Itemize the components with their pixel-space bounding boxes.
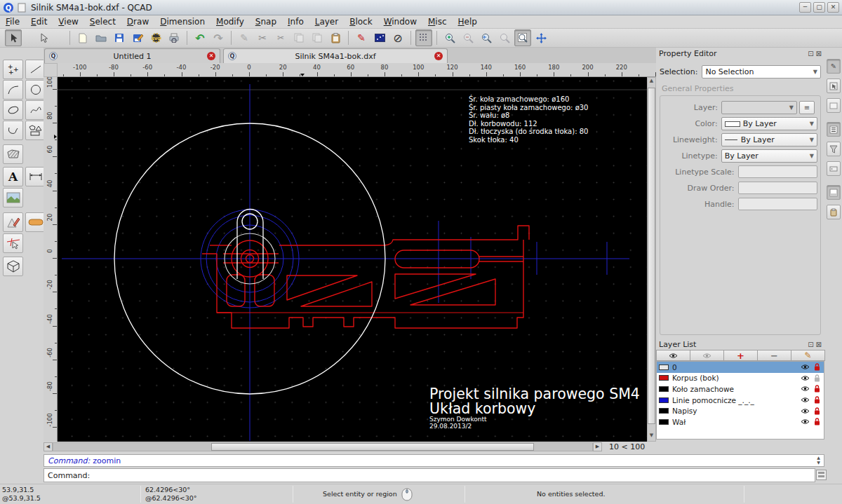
linetype-scale-input[interactable]: [738, 165, 817, 178]
eye-icon[interactable]: [801, 386, 810, 392]
print-preview-button[interactable]: [166, 29, 182, 46]
layer-list-button[interactable]: ≡: [799, 101, 815, 114]
save-as-button[interactable]: [129, 29, 146, 46]
property-editor-toggle-button[interactable]: ✎: [827, 59, 841, 74]
layer-row-wal[interactable]: Wał: [657, 416, 824, 428]
tab-close-icon[interactable]: ✕: [207, 52, 215, 60]
menu-help[interactable]: Help: [453, 15, 483, 28]
dimension-tool-button[interactable]: [25, 167, 46, 186]
eye-icon[interactable]: [801, 375, 810, 381]
new-file-button[interactable]: [74, 29, 91, 46]
lineweight-tool-button[interactable]: [25, 212, 46, 232]
layer-row-linie-pomocnicze[interactable]: Linie pomocnicze _._._: [657, 395, 824, 406]
menu-edit[interactable]: Edit: [25, 15, 53, 28]
pan-button[interactable]: [533, 29, 549, 46]
menu-info[interactable]: Info: [282, 15, 309, 28]
snap-tool-button[interactable]: [3, 233, 23, 253]
paste-button[interactable]: [327, 29, 344, 46]
eye-icon[interactable]: [801, 364, 810, 370]
zoom-in-button[interactable]: [441, 29, 458, 46]
lock-icon[interactable]: [814, 363, 820, 371]
drawing-board-button[interactable]: [371, 29, 388, 46]
command-options-button[interactable]: [816, 470, 827, 480]
cut-button[interactable]: ✂: [254, 29, 271, 46]
drawing-preferences-button[interactable]: ✎: [353, 29, 370, 46]
lineweight-combo[interactable]: By Layer ▼: [721, 133, 817, 147]
menu-file[interactable]: File: [0, 15, 25, 28]
isometric-tool-button[interactable]: [3, 257, 23, 276]
scroll-up-icon[interactable]: ▲: [648, 78, 655, 86]
layer-row-napisy[interactable]: Napisy: [657, 405, 824, 416]
selection-combo[interactable]: No Selection ▼: [702, 65, 821, 79]
spin-up-icon[interactable]: ▲: [814, 455, 823, 460]
menu-modify[interactable]: Modify: [210, 15, 250, 28]
layer-row-korpus[interactable]: Korpus (bok): [657, 373, 824, 384]
spec-line[interactable]: Śr. piasty koła zamachowego: ø30: [469, 103, 588, 111]
line-tool-button[interactable]: [25, 60, 46, 79]
selection-pointer-button[interactable]: [5, 29, 22, 46]
scroll-left-icon[interactable]: ◀: [44, 442, 53, 451]
engine-body-outline[interactable]: [202, 226, 529, 328]
point-tool-button[interactable]: +++: [3, 60, 23, 79]
handle-input[interactable]: [738, 198, 817, 210]
layer-combo[interactable]: ▼: [721, 101, 797, 114]
image-tool-button[interactable]: [3, 188, 23, 207]
spline-tool-button[interactable]: [25, 100, 46, 120]
spec-annotations[interactable]: Śr. koła zamachowego: ø160 Śr. piasty ko…: [469, 95, 588, 144]
vscroll-thumb[interactable]: [648, 88, 655, 424]
layer-row-kolo-zamachowe[interactable]: Koło zamachowe: [657, 383, 824, 395]
lock-icon[interactable]: [814, 385, 820, 393]
filter-toggle-button[interactable]: [827, 142, 841, 156]
linetype-combo[interactable]: By Layer ▼: [721, 149, 817, 163]
spin-down-icon[interactable]: ▼: [814, 460, 823, 465]
eye-icon[interactable]: [801, 408, 810, 414]
drawing-date[interactable]: 29.08.2013/2: [429, 423, 472, 430]
lock-icon[interactable]: [814, 407, 820, 415]
redo-button[interactable]: ↷: [210, 29, 227, 46]
menu-misc[interactable]: Misc: [422, 15, 453, 28]
block-list-toggle-button[interactable]: [827, 98, 841, 113]
eye-icon[interactable]: [801, 418, 810, 425]
scroll-right-icon[interactable]: ▶: [593, 442, 602, 451]
menu-draw[interactable]: Draw: [121, 15, 154, 28]
zoom-window-button[interactable]: [514, 29, 531, 46]
vertical-scrollbar[interactable]: ▲ ▼: [647, 77, 656, 442]
menu-view[interactable]: View: [53, 15, 83, 28]
clipboard-toggle-button[interactable]: [827, 205, 841, 219]
shapes-tool-button[interactable]: [25, 121, 46, 140]
lock-icon[interactable]: [814, 418, 820, 425]
tab-close-icon[interactable]: ✕: [434, 52, 443, 60]
text-tool-button[interactable]: A: [3, 167, 23, 186]
previous-view-button[interactable]: [496, 29, 513, 46]
save-button[interactable]: [111, 29, 128, 46]
layer-list-toggle-button[interactable]: [827, 122, 841, 137]
float-panel-icon[interactable]: ⊡: [808, 50, 813, 57]
drawing-author[interactable]: Szymon Dowkontt: [429, 416, 487, 423]
close-panel-icon[interactable]: ⊠: [816, 341, 822, 348]
menu-layer[interactable]: Layer: [309, 15, 344, 28]
spec-line[interactable]: Dł. tłoczyska (do środka tłoka): 80: [469, 128, 588, 135]
svg-export-button[interactable]: SVG: [147, 29, 164, 46]
command-history-spinner[interactable]: ▲ ▼: [814, 455, 823, 466]
arc-tool-button[interactable]: [3, 80, 23, 100]
title-block[interactable]: Projekt silnika parowego SM4 Układ korbo…: [429, 386, 640, 430]
modify-tool-button[interactable]: [3, 212, 23, 232]
edit-button[interactable]: ✎: [236, 29, 253, 46]
menu-window[interactable]: Window: [378, 15, 422, 28]
close-button[interactable]: ✕: [827, 2, 839, 13]
lock-icon[interactable]: [814, 374, 820, 382]
hatch-tool-button[interactable]: [3, 144, 23, 164]
spec-line[interactable]: Śr. koła zamachowego: ø160: [469, 95, 569, 103]
draft-mode-button[interactable]: ⊘: [389, 29, 406, 46]
menu-select[interactable]: Select: [84, 15, 121, 28]
layer-row-0[interactable]: 0: [657, 362, 824, 373]
hide-all-layers-button[interactable]: [690, 350, 724, 361]
float-panel-icon[interactable]: ⊡: [808, 341, 813, 348]
tab-untitled-1[interactable]: Q Untitled 1 ✕: [44, 48, 220, 63]
menu-dimension[interactable]: Dimension: [154, 15, 210, 28]
selection-filter-toggle-button[interactable]: [827, 79, 841, 93]
drawing-canvas[interactable]: Śr. koła zamachowego: ø160 Śr. piasty ko…: [58, 77, 647, 442]
zoom-out-button[interactable]: [460, 29, 476, 46]
library-browser-toggle-button[interactable]: [827, 161, 841, 176]
menu-block[interactable]: Block: [344, 15, 377, 28]
